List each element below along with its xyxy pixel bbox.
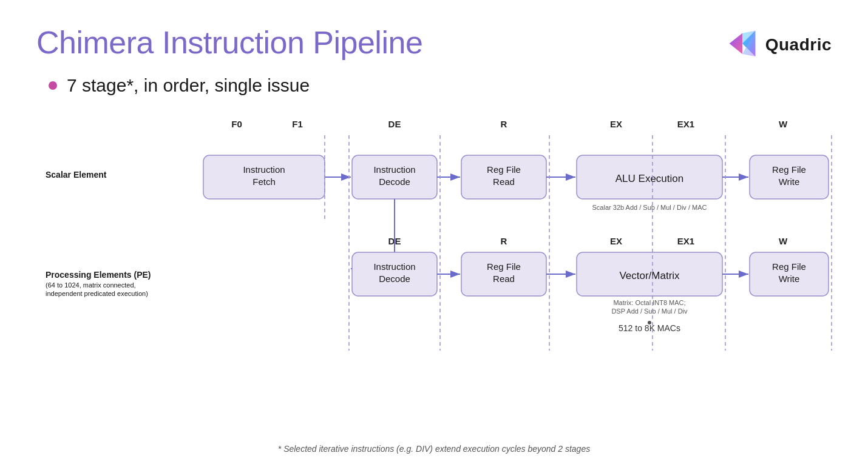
reg-file-write-scalar-label: Reg File bbox=[772, 164, 806, 175]
instruction-decode-scalar-label2: Decode bbox=[379, 176, 410, 187]
stage-label-f0: F0 bbox=[231, 119, 242, 129]
matrix-annotation-2: DSP Add / Sub / Mul / Div bbox=[611, 307, 688, 315]
pipeline-svg: F0 F1 DE R EX EX1 W Scalar Element Instr… bbox=[42, 114, 862, 351]
pe-sublabel-2: independent predicated execution) bbox=[46, 290, 148, 297]
page-title: Chimera Instruction Pipeline bbox=[36, 24, 422, 61]
macs-annotation: 512 to 8K MACs bbox=[619, 323, 680, 333]
reg-file-read-scalar-label: Reg File bbox=[487, 164, 521, 175]
instruction-fetch-label: Instruction bbox=[243, 164, 285, 175]
stage-label-ex-scalar: EX bbox=[610, 119, 622, 129]
reg-file-write-pe-label2: Write bbox=[779, 274, 800, 284]
header: Chimera Instruction Pipeline bbox=[36, 24, 832, 63]
svg-marker-0 bbox=[729, 33, 742, 54]
reg-file-read-scalar-label2: Read bbox=[493, 176, 515, 187]
instruction-fetch-label2: Fetch bbox=[253, 176, 276, 187]
stage-label-w-pe: W bbox=[779, 236, 788, 246]
pe-sublabel-1: (64 to 1024, matrix connected, bbox=[46, 281, 136, 289]
reg-file-read-pe-label: Reg File bbox=[487, 261, 521, 272]
scalar-element-label: Scalar Element bbox=[46, 170, 107, 180]
stage-label-f1: F1 bbox=[292, 119, 303, 129]
stage-label-ex-pe: EX bbox=[610, 236, 622, 246]
stage-label-r-pe: R bbox=[501, 236, 507, 246]
bullet-dot-icon bbox=[49, 81, 57, 90]
stage-label-r-scalar: R bbox=[501, 119, 507, 129]
instruction-decode-pe-label2: Decode bbox=[379, 274, 410, 284]
logo-area: Quadric bbox=[724, 27, 832, 63]
instruction-decode-scalar-label: Instruction bbox=[373, 164, 415, 175]
logo-text: Quadric bbox=[765, 35, 832, 55]
alu-annotation: Scalar 32b Add / Sub / Mul / Div / MAC bbox=[592, 204, 707, 211]
alu-execution-label: ALU Execution bbox=[615, 173, 683, 184]
stage-label-ex1-pe: EX1 bbox=[677, 236, 694, 246]
matrix-annotation-1: Matrix: Octal INT8 MAC; bbox=[613, 299, 685, 306]
bullet-section: 7 stage*, in order, single issue bbox=[49, 75, 832, 96]
stage-label-de-scalar: DE bbox=[388, 119, 401, 129]
macs-dot bbox=[648, 321, 651, 324]
reg-file-read-pe-label2: Read bbox=[493, 274, 515, 284]
pipeline-diagram: F0 F1 DE R EX EX1 W Scalar Element Instr… bbox=[42, 114, 832, 353]
stage-label-ex1-scalar: EX1 bbox=[677, 119, 694, 129]
vector-matrix-label: Vector/Matrix bbox=[619, 270, 680, 281]
stage-label-w-scalar: W bbox=[779, 119, 788, 129]
pe-label: Processing Elements (PE) bbox=[46, 270, 151, 280]
instruction-decode-pe-label: Instruction bbox=[373, 261, 415, 272]
bullet-text: 7 stage*, in order, single issue bbox=[67, 75, 310, 96]
quadric-logo-icon bbox=[724, 27, 761, 63]
reg-file-write-scalar-label2: Write bbox=[779, 176, 800, 187]
slide: Chimera Instruction Pipeline bbox=[0, 0, 868, 467]
reg-file-write-pe-label: Reg File bbox=[772, 261, 806, 272]
footer-note: * Selected iterative instructions (e.g. … bbox=[0, 444, 868, 454]
